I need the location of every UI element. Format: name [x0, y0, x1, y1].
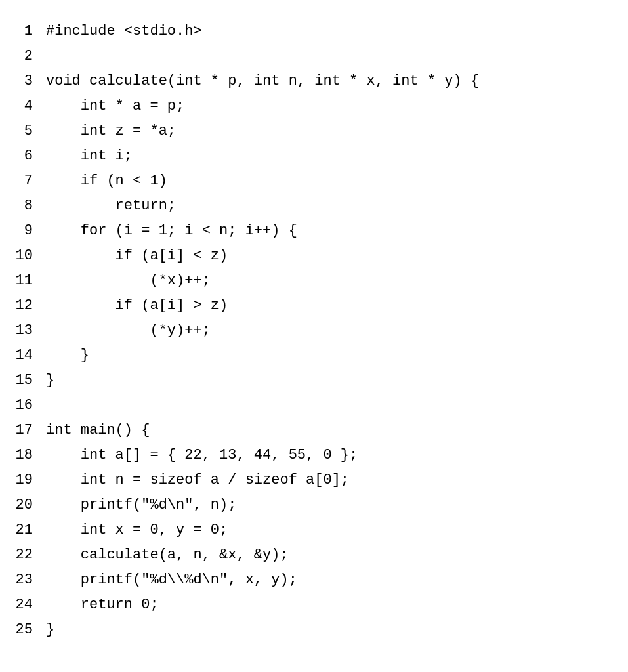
- line-number: 14: [7, 344, 33, 367]
- code-line: 17int main() {: [0, 419, 628, 444]
- line-content: if (n < 1): [46, 169, 167, 192]
- code-line: 5 int z = *a;: [0, 119, 628, 144]
- code-line: 19 int n = sizeof a / sizeof a[0];: [0, 469, 628, 494]
- line-number: 17: [7, 419, 33, 442]
- line-number: 16: [7, 394, 33, 417]
- line-number: 21: [7, 518, 33, 541]
- code-line: 22 calculate(a, n, &x, &y);: [0, 543, 628, 568]
- code-line: 8 return;: [0, 194, 628, 219]
- line-content: return 0;: [46, 593, 159, 616]
- code-line: 10 if (a[i] < z): [0, 244, 628, 269]
- line-number: 22: [7, 543, 33, 566]
- code-line: 20 printf("%d\n", n);: [0, 494, 628, 518]
- line-number: 20: [7, 494, 33, 516]
- code-line: 12 if (a[i] > z): [0, 294, 628, 319]
- code-line: 2: [0, 45, 628, 70]
- code-line: 16: [0, 394, 628, 419]
- line-content: (*x)++;: [46, 269, 211, 292]
- line-number: 23: [7, 568, 33, 591]
- code-line: 21 int x = 0, y = 0;: [0, 518, 628, 543]
- line-content: if (a[i] > z): [46, 294, 228, 317]
- code-line: 3void calculate(int * p, int n, int * x,…: [0, 70, 628, 94]
- line-content: int * a = p;: [46, 94, 184, 117]
- line-number: 7: [7, 169, 33, 192]
- code-line: 15}: [0, 369, 628, 394]
- line-content: int i;: [46, 144, 133, 167]
- line-content: printf("%d\\%d\n", x, y);: [46, 568, 297, 591]
- line-content: if (a[i] < z): [46, 244, 228, 267]
- line-content: calculate(a, n, &x, &y);: [46, 543, 289, 566]
- line-number: 13: [7, 319, 33, 342]
- code-line: 24 return 0;: [0, 593, 628, 618]
- line-content: for (i = 1; i < n; i++) {: [46, 219, 297, 242]
- line-number: 9: [7, 219, 33, 242]
- line-number: 25: [7, 618, 33, 641]
- code-line: 7 if (n < 1): [0, 169, 628, 194]
- line-content: (*y)++;: [46, 319, 211, 342]
- line-content: int x = 0, y = 0;: [46, 518, 228, 541]
- code-line: 9 for (i = 1; i < n; i++) {: [0, 219, 628, 244]
- line-number: 4: [7, 94, 33, 117]
- code-line: 14 }: [0, 344, 628, 369]
- line-content: }: [46, 618, 54, 641]
- line-content: int z = *a;: [46, 119, 176, 142]
- line-content: void calculate(int * p, int n, int * x, …: [46, 70, 479, 93]
- line-number: 1: [7, 20, 33, 43]
- code-line: 6 int i;: [0, 144, 628, 169]
- line-number: 11: [7, 269, 33, 292]
- line-number: 2: [7, 45, 33, 68]
- line-number: 5: [7, 119, 33, 142]
- line-number: 15: [7, 369, 33, 392]
- code-line: 23 printf("%d\\%d\n", x, y);: [0, 568, 628, 593]
- line-content: #include <stdio.h>: [46, 20, 202, 43]
- line-content: }: [46, 344, 89, 367]
- line-number: 24: [7, 593, 33, 616]
- code-line: 13 (*y)++;: [0, 319, 628, 344]
- line-content: printf("%d\n", n);: [46, 494, 236, 516]
- line-content: int n = sizeof a / sizeof a[0];: [46, 469, 349, 492]
- line-content: int main() {: [46, 419, 150, 442]
- code-line: 18 int a[] = { 22, 13, 44, 55, 0 };: [0, 444, 628, 469]
- line-number: 8: [7, 194, 33, 217]
- code-line: 1#include <stdio.h>: [0, 20, 628, 45]
- line-number: 18: [7, 444, 33, 467]
- line-content: return;: [46, 194, 176, 217]
- line-number: 6: [7, 144, 33, 167]
- code-line: 25}: [0, 618, 628, 643]
- line-content: }: [46, 369, 54, 392]
- code-line: 11 (*x)++;: [0, 269, 628, 294]
- line-number: 3: [7, 70, 33, 93]
- code-line: 4 int * a = p;: [0, 94, 628, 119]
- line-content: int a[] = { 22, 13, 44, 55, 0 };: [46, 444, 358, 467]
- line-number: 19: [7, 469, 33, 492]
- code-container: 1#include <stdio.h>23void calculate(int …: [0, 13, 628, 672]
- line-number: 12: [7, 294, 33, 317]
- line-number: 10: [7, 244, 33, 267]
